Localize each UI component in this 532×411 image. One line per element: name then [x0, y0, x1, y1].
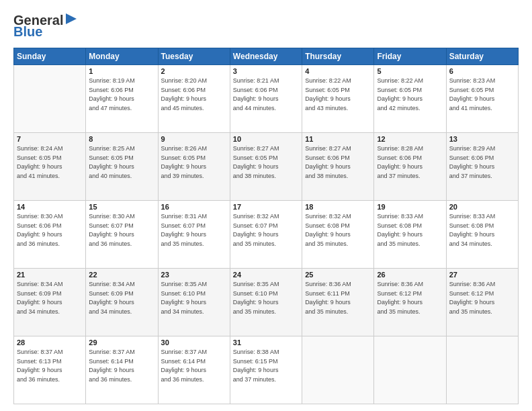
calendar-cell: 14Sunrise: 8:30 AMSunset: 6:06 PMDayligh…: [14, 201, 86, 269]
day-info: Sunrise: 8:34 AMSunset: 6:09 PMDaylight:…: [17, 280, 83, 316]
day-info-line: and 35 minutes.: [161, 240, 227, 249]
calendar-cell: 6Sunrise: 8:23 AMSunset: 6:05 PMDaylight…: [446, 65, 518, 133]
day-info-line: Sunrise: 8:31 AM: [161, 212, 227, 222]
day-info-line: and 41 minutes.: [449, 104, 515, 113]
day-number: 10: [233, 135, 299, 143]
day-info: Sunrise: 8:34 AMSunset: 6:09 PMDaylight:…: [89, 280, 154, 316]
day-info-line: Daylight: 9 hours: [89, 298, 154, 308]
calendar-cell: 22Sunrise: 8:34 AMSunset: 6:09 PMDayligh…: [86, 269, 158, 336]
calendar-cell: 19Sunrise: 8:33 AMSunset: 6:08 PMDayligh…: [374, 201, 446, 269]
day-number: 7: [17, 135, 83, 143]
day-info-line: Sunset: 6:12 PM: [449, 289, 515, 299]
day-info-line: and 36 minutes.: [89, 240, 154, 249]
weekday-header-friday: Friday: [374, 48, 446, 65]
day-number: 25: [305, 271, 371, 279]
day-info-line: Sunset: 6:10 PM: [161, 289, 227, 299]
day-info-line: Sunrise: 8:35 AM: [233, 280, 299, 289]
calendar-cell: 13Sunrise: 8:29 AMSunset: 6:06 PMDayligh…: [446, 133, 518, 201]
day-info-line: Sunset: 6:06 PM: [377, 154, 443, 163]
day-number: 13: [449, 135, 515, 143]
day-number: 18: [305, 203, 371, 211]
day-info-line: Sunset: 6:05 PM: [89, 154, 154, 163]
day-info-line: Daylight: 9 hours: [449, 163, 515, 172]
day-info: Sunrise: 8:30 AMSunset: 6:07 PMDaylight:…: [89, 212, 154, 248]
day-info-line: Daylight: 9 hours: [305, 163, 371, 172]
day-info-line: Sunset: 6:06 PM: [89, 86, 154, 95]
day-info-line: Sunrise: 8:34 AM: [17, 280, 83, 289]
day-info: Sunrise: 8:33 AMSunset: 6:08 PMDaylight:…: [377, 212, 443, 248]
day-info: Sunrise: 8:32 AMSunset: 6:08 PMDaylight:…: [305, 212, 371, 248]
day-info-line: Sunset: 6:07 PM: [89, 222, 154, 231]
day-number: 6: [449, 67, 515, 75]
day-info: Sunrise: 8:35 AMSunset: 6:10 PMDaylight:…: [161, 280, 227, 316]
weekday-header-tuesday: Tuesday: [158, 48, 230, 65]
day-number: 20: [449, 203, 515, 211]
calendar-cell: [14, 65, 86, 133]
day-info: Sunrise: 8:37 AMSunset: 6:14 PMDaylight:…: [161, 348, 227, 384]
day-info-line: Sunset: 6:13 PM: [17, 357, 83, 367]
day-info: Sunrise: 8:26 AMSunset: 6:05 PMDaylight:…: [161, 144, 227, 181]
day-info-line: Sunrise: 8:34 AM: [89, 280, 154, 289]
day-info-line: Sunset: 6:10 PM: [233, 289, 299, 299]
day-info: Sunrise: 8:22 AMSunset: 6:05 PMDaylight:…: [305, 77, 371, 113]
calendar-week-row: 7Sunrise: 8:24 AMSunset: 6:05 PMDaylight…: [14, 133, 519, 201]
calendar-table: SundayMondayTuesdayWednesdayThursdayFrid…: [13, 48, 519, 404]
day-info-line: and 35 minutes.: [305, 240, 371, 249]
calendar-cell: 1Sunrise: 8:19 AMSunset: 6:06 PMDaylight…: [86, 65, 158, 133]
day-info-line: Sunset: 6:09 PM: [89, 289, 154, 299]
calendar-cell: 15Sunrise: 8:30 AMSunset: 6:07 PMDayligh…: [86, 201, 158, 269]
calendar-cell: 17Sunrise: 8:32 AMSunset: 6:07 PMDayligh…: [230, 201, 302, 269]
day-info: Sunrise: 8:32 AMSunset: 6:07 PMDaylight:…: [233, 212, 299, 248]
day-info-line: Sunrise: 8:32 AM: [305, 212, 371, 222]
day-info-line: Daylight: 9 hours: [449, 230, 515, 240]
day-info-line: Sunrise: 8:25 AM: [89, 144, 154, 154]
day-info: Sunrise: 8:38 AMSunset: 6:15 PMDaylight:…: [233, 348, 299, 384]
day-info-line: Daylight: 9 hours: [161, 163, 227, 172]
day-number: 14: [17, 203, 83, 211]
day-info-line: and 47 minutes.: [89, 104, 154, 113]
day-info: Sunrise: 8:35 AMSunset: 6:10 PMDaylight:…: [233, 280, 299, 316]
day-info: Sunrise: 8:25 AMSunset: 6:05 PMDaylight:…: [89, 144, 154, 181]
day-info-line: Sunset: 6:14 PM: [89, 357, 154, 367]
day-info-line: Daylight: 9 hours: [305, 230, 371, 240]
calendar-cell: 29Sunrise: 8:37 AMSunset: 6:14 PMDayligh…: [86, 336, 158, 404]
day-info-line: Sunset: 6:06 PM: [233, 86, 299, 95]
calendar-cell: 26Sunrise: 8:36 AMSunset: 6:12 PMDayligh…: [374, 269, 446, 336]
day-info-line: Sunset: 6:06 PM: [161, 86, 227, 95]
day-info: Sunrise: 8:31 AMSunset: 6:07 PMDaylight:…: [161, 212, 227, 248]
day-info-line: Daylight: 9 hours: [161, 95, 227, 104]
day-info-line: Sunset: 6:08 PM: [377, 222, 443, 231]
day-number: 22: [89, 271, 154, 279]
day-info: Sunrise: 8:27 AMSunset: 6:05 PMDaylight:…: [233, 144, 299, 181]
day-info-line: Sunset: 6:05 PM: [17, 154, 83, 163]
calendar-cell: 3Sunrise: 8:21 AMSunset: 6:06 PMDaylight…: [230, 65, 302, 133]
day-info-line: Daylight: 9 hours: [377, 95, 443, 104]
day-number: 24: [233, 271, 299, 279]
weekday-header-saturday: Saturday: [446, 48, 518, 65]
day-number: 19: [377, 203, 443, 211]
day-info-line: and 35 minutes.: [449, 308, 515, 317]
day-info-line: Sunset: 6:12 PM: [377, 289, 443, 299]
day-info-line: Sunrise: 8:30 AM: [89, 212, 154, 222]
day-info-line: Sunset: 6:11 PM: [305, 289, 371, 299]
day-info: Sunrise: 8:20 AMSunset: 6:06 PMDaylight:…: [161, 77, 227, 113]
day-info-line: Daylight: 9 hours: [89, 230, 154, 240]
day-info-line: Daylight: 9 hours: [161, 230, 227, 240]
day-info-line: Sunrise: 8:37 AM: [89, 348, 154, 357]
calendar-cell: 21Sunrise: 8:34 AMSunset: 6:09 PMDayligh…: [14, 269, 86, 336]
day-info-line: Sunrise: 8:37 AM: [17, 348, 83, 357]
calendar-week-row: 21Sunrise: 8:34 AMSunset: 6:09 PMDayligh…: [14, 269, 519, 336]
calendar-week-row: 28Sunrise: 8:37 AMSunset: 6:13 PMDayligh…: [14, 336, 519, 404]
day-number: 9: [161, 135, 227, 143]
calendar-cell: 9Sunrise: 8:26 AMSunset: 6:05 PMDaylight…: [158, 133, 230, 201]
day-info-line: Sunset: 6:05 PM: [305, 86, 371, 95]
day-number: 28: [17, 338, 83, 347]
calendar-week-row: 1Sunrise: 8:19 AMSunset: 6:06 PMDaylight…: [14, 65, 519, 133]
calendar-cell: 27Sunrise: 8:36 AMSunset: 6:12 PMDayligh…: [446, 269, 518, 336]
day-number: 15: [89, 203, 154, 211]
day-info-line: and 35 minutes.: [233, 308, 299, 317]
day-info-line: Sunset: 6:05 PM: [233, 154, 299, 163]
day-info-line: Daylight: 9 hours: [305, 298, 371, 308]
day-number: 2: [161, 67, 227, 75]
day-info-line: and 38 minutes.: [305, 172, 371, 181]
